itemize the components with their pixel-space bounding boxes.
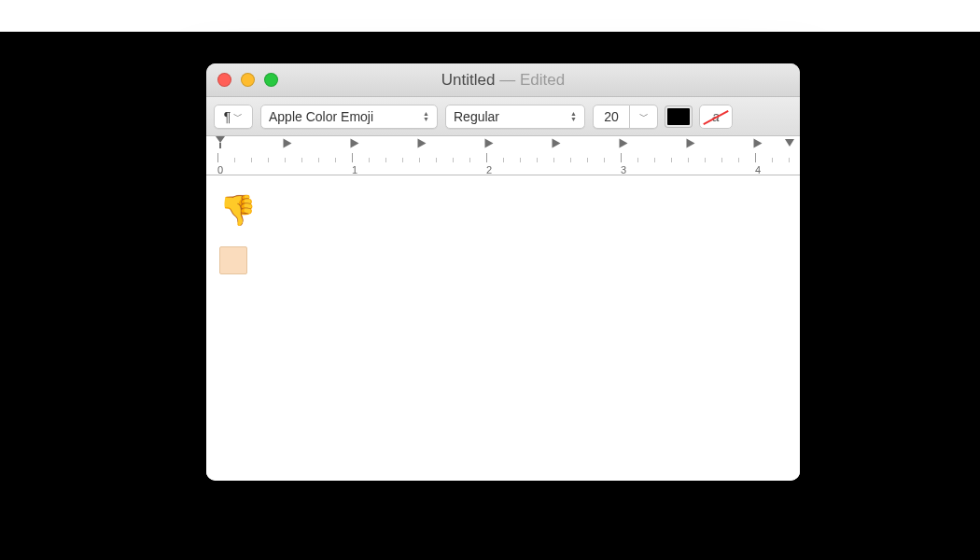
traffic-lights — [217, 73, 278, 87]
window-title-suffix: — Edited — [495, 71, 565, 89]
tab-stop-icon[interactable] — [485, 139, 494, 148]
ruler-label: 1 — [352, 164, 357, 175]
textedit-window: Untitled — Edited ¶ ﹀ Apple Color Emoji … — [206, 63, 800, 481]
chevron-down-icon: ﹀ — [233, 110, 243, 123]
tab-stop-icon[interactable] — [620, 139, 628, 148]
paragraph-style-button[interactable]: ¶ ﹀ — [214, 105, 253, 129]
font-style-select[interactable]: Regular ▲▼ — [445, 105, 585, 129]
window-title-main: Untitled — [441, 71, 496, 89]
format-toolbar: ¶ ﹀ Apple Color Emoji ▲▼ Regular ▲▼ 20 ﹀… — [206, 97, 800, 136]
zoom-icon[interactable] — [264, 73, 278, 87]
ruler-ticks: 0 1 2 3 4 — [217, 153, 800, 175]
tab-stop-icon[interactable] — [553, 139, 561, 148]
page-top-whitespace — [0, 0, 980, 32]
ruler-label: 3 — [621, 164, 626, 175]
font-size-value: 20 — [604, 109, 619, 124]
document-line-2 — [219, 234, 787, 282]
document-text-area[interactable]: 👎 — [206, 175, 800, 481]
font-family-label: Apple Color Emoji — [269, 109, 373, 124]
font-size-group: 20 ﹀ — [593, 105, 658, 129]
tab-stops — [217, 139, 800, 152]
chevron-down-icon: ﹀ — [639, 110, 649, 123]
tab-stop-icon[interactable] — [754, 139, 763, 148]
skin-tone-modifier-swatch — [219, 246, 247, 274]
thumbs-down-emoji: 👎 — [219, 193, 257, 227]
document-line-1: 👎 — [219, 187, 787, 234]
font-style-label: Regular — [454, 109, 499, 124]
font-size-dropdown-button[interactable]: ﹀ — [630, 105, 658, 129]
ruler-label: 2 — [486, 164, 492, 175]
pilcrow-icon: ¶ — [224, 109, 231, 124]
text-color-well[interactable] — [665, 106, 692, 127]
font-family-select[interactable]: Apple Color Emoji ▲▼ — [260, 105, 438, 129]
tab-stop-icon[interactable] — [687, 139, 695, 148]
ruler-label: 4 — [755, 164, 761, 175]
tab-stop-icon[interactable] — [284, 139, 292, 148]
right-indent-marker[interactable] — [785, 139, 794, 147]
ruler[interactable]: 0 1 2 3 4 — [206, 136, 800, 175]
close-icon[interactable] — [217, 73, 231, 87]
stepper-icon: ▲▼ — [570, 111, 577, 122]
font-size-field[interactable]: 20 — [593, 105, 630, 129]
stepper-icon: ▲▼ — [423, 111, 429, 122]
tab-stop-icon[interactable] — [351, 139, 359, 148]
tab-stop-icon[interactable] — [418, 139, 427, 148]
highlight-color-button[interactable]: a — [699, 105, 733, 129]
minimize-icon[interactable] — [241, 73, 255, 87]
ruler-label: 0 — [217, 164, 223, 175]
titlebar[interactable]: Untitled — Edited — [206, 63, 800, 97]
window-title: Untitled — Edited — [206, 71, 800, 90]
